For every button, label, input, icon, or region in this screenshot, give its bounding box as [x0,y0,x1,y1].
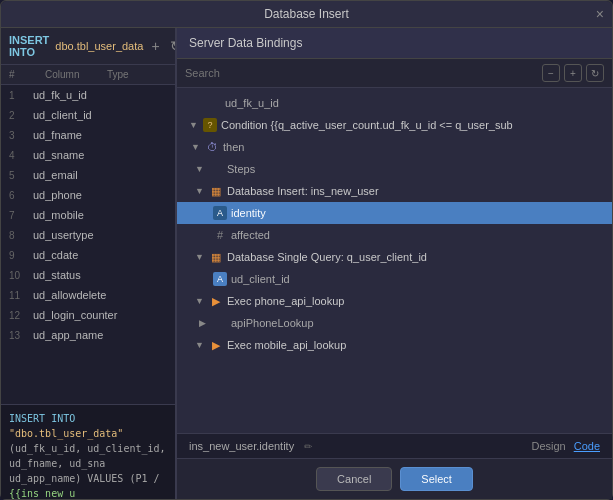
a-icon: A [213,272,227,286]
timer-icon: ⏱ [205,141,219,153]
hash-icon: # [213,229,227,241]
tree-label: Condition {{q_active_user_count.ud_fk_u_… [221,119,513,131]
table-row[interactable]: 8 ud_usertype [1,225,175,245]
bindings-header: Server Data Bindings [177,28,612,59]
insert-into-label: INSERT INTO [9,34,49,58]
tree-item[interactable]: ▼ ? Condition {{q_active_user_count.ud_f… [177,114,612,136]
table-name-label: dbo.tbl_user_data [55,40,143,52]
main-window: Database Insert × INSERT INTO dbo.tbl_us… [0,0,613,500]
a-icon: A [213,206,227,220]
left-panel: INSERT INTO dbo.tbl_user_data + ↻ # Colu… [1,28,176,499]
bottom-area: ins_new_user.identity ✏ Design Code [177,433,612,458]
table-row[interactable]: 2 ud_client_id [1,105,175,125]
sql-columns: (ud_fk_u_id, ud_client_id, ud_fname, ud_… [9,443,166,469]
table-row[interactable]: 9 ud_cdate [1,245,175,265]
right-panel: Server Data Bindings − + ↻ ud_fk_u_id [176,28,612,499]
tree-item[interactable]: ▼ ▦ Database Insert: ins_new_user [177,180,612,202]
table-row[interactable]: 13 ud_app_name [1,325,175,345]
design-tab[interactable]: Design [531,440,565,452]
sql-var1: {{ins_new_u [9,488,75,499]
table-row[interactable]: 1 ud_fk_u_id [1,85,175,105]
tree-label: identity [231,207,266,219]
bindings-search-bar: − + ↻ [177,59,612,88]
table-row[interactable]: 5 ud_email [1,165,175,185]
q-icon: ? [203,118,217,132]
footer-buttons: Cancel Select [177,458,612,499]
sql-app-name: ud_app_name) VALUES (P1 / [9,473,160,484]
table-row[interactable]: 3 ud_fname [1,125,175,145]
sql-insert-keyword: INSERT INTO [9,413,75,424]
col-header-num: # [9,69,25,80]
tree-item[interactable]: ud_fk_u_id [177,92,612,114]
window-title: Database Insert [264,7,349,21]
tree-arrow: ▼ [195,164,207,174]
tree-arrow: ▼ [195,186,207,196]
tree-item[interactable]: ▼ ▶ Exec phone_api_lookup [177,290,612,312]
table-row[interactable]: 11 ud_allowdelete [1,285,175,305]
exec-icon: ▶ [209,339,223,352]
tree-arrow: ▼ [195,296,207,306]
design-code-tabs: Design Code [531,440,600,452]
tree-label: Database Single Query: q_user_client_id [227,251,427,263]
table-row[interactable]: 6 ud_phone [1,185,175,205]
table-row[interactable]: 7 ud_mobile [1,205,175,225]
tree-label: ud_client_id [231,273,290,285]
tree-arrow: ▼ [195,340,207,350]
db-icon: ▦ [209,185,223,198]
tree-label: ud_fk_u_id [225,97,279,109]
db-icon: ▦ [209,251,223,264]
refresh-tree-icon[interactable]: ↻ [586,64,604,82]
col-header-type: Type [107,69,167,80]
table-row[interactable]: 4 ud_sname [1,145,175,165]
tree-item[interactable]: ▼ ▦ Database Single Query: q_user_client… [177,246,612,268]
add-column-button[interactable]: + [149,38,161,54]
column-list: 1 ud_fk_u_id 2 ud_client_id 3 ud_fname 4… [1,85,175,404]
table-row[interactable]: 10 ud_status [1,265,175,285]
bindings-panel: Server Data Bindings − + ↻ ud_fk_u_id [176,28,612,499]
sql-table-name: "dbo.tbl_user_data" [9,428,123,439]
search-input[interactable] [185,67,536,79]
tree-arrow: ▼ [195,252,207,262]
tree-arrow: ▶ [199,318,211,328]
path-text: ins_new_user.identity [189,440,294,452]
refresh-button[interactable]: ↻ [168,38,176,54]
tree-item[interactable]: # affected [177,224,612,246]
collapse-icon[interactable]: − [542,64,560,82]
expand-icon[interactable]: + [564,64,582,82]
col-header-col: Column [45,69,87,80]
tree-item[interactable]: ▶ apiPhoneLookup [177,312,612,334]
tree-label: then [223,141,244,153]
tree-label: Steps [227,163,255,175]
column-headers: # Column Type [1,65,175,85]
tree-label: Database Insert: ins_new_user [227,185,379,197]
select-button[interactable]: Select [400,467,473,491]
tree-label: apiPhoneLookup [231,317,314,329]
tree-label: Exec mobile_api_lookup [227,339,346,351]
main-content: INSERT INTO dbo.tbl_user_data + ↻ # Colu… [1,28,612,499]
tree-container: ud_fk_u_id ▼ ? Condition {{q_active_user… [177,88,612,433]
cancel-button[interactable]: Cancel [316,467,392,491]
code-tab[interactable]: Code [574,440,600,452]
left-panel-header: INSERT INTO dbo.tbl_user_data + ↻ [1,28,175,65]
tree-arrow: ▼ [191,142,203,152]
tree-item[interactable]: A identity [177,202,612,224]
close-button[interactable]: × [596,6,604,22]
exec-icon: ▶ [209,295,223,308]
selected-path: ins_new_user.identity ✏ [189,440,531,452]
table-row[interactable]: 12 ud_login_counter [1,305,175,325]
tree-item[interactable]: ▼ ⏱ then [177,136,612,158]
tree-item[interactable]: ▼ ▶ Exec mobile_api_lookup [177,334,612,356]
tree-label: affected [231,229,270,241]
search-icons: − + ↻ [542,64,604,82]
sql-preview: INSERT INTO "dbo.tbl_user_data" (ud_fk_u… [1,404,175,499]
tree-item[interactable]: A ud_client_id [177,268,612,290]
tree-label: Exec phone_api_lookup [227,295,344,307]
tree-item[interactable]: ▼ Steps [177,158,612,180]
tree-arrow: ▼ [189,120,201,130]
title-bar: Database Insert × [1,1,612,28]
edit-icon: ✏ [304,441,312,452]
